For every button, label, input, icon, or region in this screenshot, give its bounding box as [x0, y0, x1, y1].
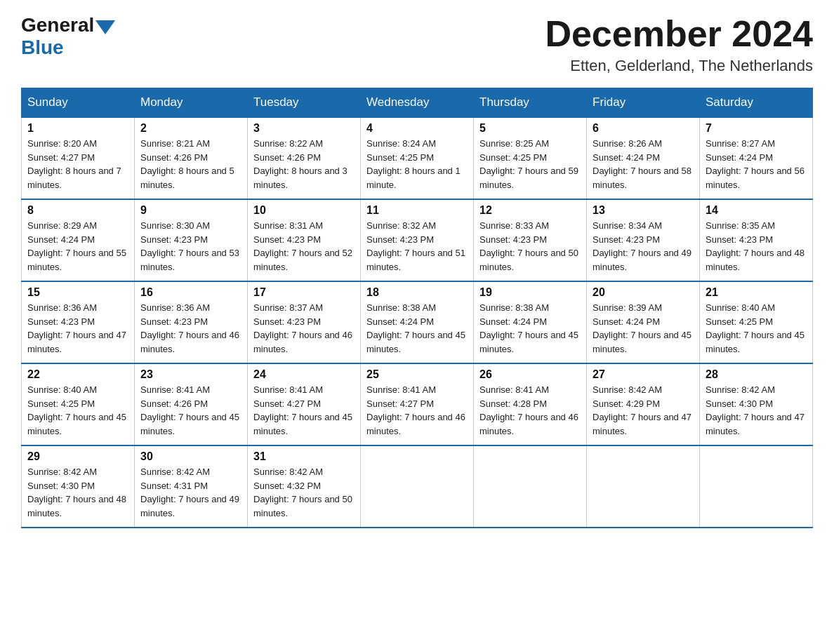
day-info: Sunrise: 8:41 AMSunset: 4:27 PMDaylight:…: [366, 383, 468, 438]
calendar-cell: 27 Sunrise: 8:42 AMSunset: 4:29 PMDaylig…: [587, 363, 700, 445]
day-info: Sunrise: 8:37 AMSunset: 4:23 PMDaylight:…: [253, 301, 355, 356]
calendar-cell: 24 Sunrise: 8:41 AMSunset: 4:27 PMDaylig…: [248, 363, 361, 445]
calendar-cell: 31 Sunrise: 8:42 AMSunset: 4:32 PMDaylig…: [248, 445, 361, 528]
day-number: 25: [366, 368, 468, 381]
day-number: 17: [253, 286, 355, 299]
logo: General Blue: [21, 14, 117, 59]
day-number: 16: [140, 286, 241, 299]
day-info: Sunrise: 8:42 AMSunset: 4:32 PMDaylight:…: [253, 465, 355, 520]
calendar-cell: 23 Sunrise: 8:41 AMSunset: 4:26 PMDaylig…: [135, 363, 248, 445]
day-number: 18: [366, 286, 468, 299]
logo-general-text: General: [21, 14, 94, 36]
day-info: Sunrise: 8:26 AMSunset: 4:24 PMDaylight:…: [593, 137, 694, 192]
calendar-header-sunday: Sunday: [22, 88, 135, 118]
day-number: 29: [27, 450, 128, 463]
day-info: Sunrise: 8:41 AMSunset: 4:27 PMDaylight:…: [253, 383, 355, 438]
day-info: Sunrise: 8:27 AMSunset: 4:24 PMDaylight:…: [706, 137, 807, 192]
location-subtitle: Etten, Gelderland, The Netherlands: [545, 57, 813, 75]
calendar-cell: 8 Sunrise: 8:29 AMSunset: 4:24 PMDayligh…: [22, 199, 135, 281]
calendar-cell: 5 Sunrise: 8:25 AMSunset: 4:25 PMDayligh…: [474, 117, 587, 199]
day-info: Sunrise: 8:20 AMSunset: 4:27 PMDaylight:…: [27, 137, 128, 192]
main-title: December 2024: [545, 14, 813, 54]
calendar-cell: [587, 445, 700, 528]
day-number: 2: [140, 122, 241, 135]
calendar-header-row: SundayMondayTuesdayWednesdayThursdayFrid…: [22, 88, 813, 118]
day-number: 14: [706, 204, 807, 217]
calendar-header-tuesday: Tuesday: [248, 88, 361, 118]
day-info: Sunrise: 8:39 AMSunset: 4:24 PMDaylight:…: [593, 301, 694, 356]
calendar-header-saturday: Saturday: [700, 88, 813, 118]
calendar-week-row: 22 Sunrise: 8:40 AMSunset: 4:25 PMDaylig…: [22, 363, 813, 445]
day-number: 9: [140, 204, 241, 217]
day-number: 19: [479, 286, 581, 299]
day-info: Sunrise: 8:21 AMSunset: 4:26 PMDaylight:…: [140, 137, 241, 192]
day-number: 30: [140, 450, 241, 463]
day-number: 8: [27, 204, 128, 217]
day-number: 11: [366, 204, 468, 217]
calendar-cell: 7 Sunrise: 8:27 AMSunset: 4:24 PMDayligh…: [700, 117, 813, 199]
calendar-cell: 22 Sunrise: 8:40 AMSunset: 4:25 PMDaylig…: [22, 363, 135, 445]
day-info: Sunrise: 8:22 AMSunset: 4:26 PMDaylight:…: [253, 137, 355, 192]
day-number: 1: [27, 122, 128, 135]
day-number: 27: [593, 368, 694, 381]
day-info: Sunrise: 8:31 AMSunset: 4:23 PMDaylight:…: [253, 219, 355, 274]
day-info: Sunrise: 8:24 AMSunset: 4:25 PMDaylight:…: [366, 137, 468, 192]
day-info: Sunrise: 8:36 AMSunset: 4:23 PMDaylight:…: [27, 301, 128, 356]
day-info: Sunrise: 8:36 AMSunset: 4:23 PMDaylight:…: [140, 301, 241, 356]
calendar-cell: 19 Sunrise: 8:38 AMSunset: 4:24 PMDaylig…: [474, 281, 587, 363]
calendar-cell: 30 Sunrise: 8:42 AMSunset: 4:31 PMDaylig…: [135, 445, 248, 528]
calendar-cell: 28 Sunrise: 8:42 AMSunset: 4:30 PMDaylig…: [700, 363, 813, 445]
calendar-cell: 14 Sunrise: 8:35 AMSunset: 4:23 PMDaylig…: [700, 199, 813, 281]
day-number: 20: [593, 286, 694, 299]
day-info: Sunrise: 8:42 AMSunset: 4:30 PMDaylight:…: [706, 383, 807, 438]
day-number: 26: [479, 368, 581, 381]
day-number: 24: [253, 368, 355, 381]
day-number: 6: [593, 122, 694, 135]
calendar-header-wednesday: Wednesday: [361, 88, 474, 118]
calendar-cell: 9 Sunrise: 8:30 AMSunset: 4:23 PMDayligh…: [135, 199, 248, 281]
day-number: 23: [140, 368, 241, 381]
day-info: Sunrise: 8:38 AMSunset: 4:24 PMDaylight:…: [479, 301, 581, 356]
calendar-cell: 6 Sunrise: 8:26 AMSunset: 4:24 PMDayligh…: [587, 117, 700, 199]
calendar-cell: [361, 445, 474, 528]
calendar-week-row: 15 Sunrise: 8:36 AMSunset: 4:23 PMDaylig…: [22, 281, 813, 363]
day-number: 15: [27, 286, 128, 299]
calendar-week-row: 8 Sunrise: 8:29 AMSunset: 4:24 PMDayligh…: [22, 199, 813, 281]
calendar-cell: 11 Sunrise: 8:32 AMSunset: 4:23 PMDaylig…: [361, 199, 474, 281]
logo-blue-text: Blue: [21, 36, 64, 59]
day-info: Sunrise: 8:42 AMSunset: 4:31 PMDaylight:…: [140, 465, 241, 520]
calendar-cell: 10 Sunrise: 8:31 AMSunset: 4:23 PMDaylig…: [248, 199, 361, 281]
calendar-cell: 17 Sunrise: 8:37 AMSunset: 4:23 PMDaylig…: [248, 281, 361, 363]
calendar-cell: 13 Sunrise: 8:34 AMSunset: 4:23 PMDaylig…: [587, 199, 700, 281]
day-info: Sunrise: 8:42 AMSunset: 4:30 PMDaylight:…: [27, 465, 128, 520]
calendar-cell: 29 Sunrise: 8:42 AMSunset: 4:30 PMDaylig…: [22, 445, 135, 528]
calendar-cell: 18 Sunrise: 8:38 AMSunset: 4:24 PMDaylig…: [361, 281, 474, 363]
logo-arrow-icon: [95, 20, 115, 34]
calendar-cell: 21 Sunrise: 8:40 AMSunset: 4:25 PMDaylig…: [700, 281, 813, 363]
calendar-cell: 1 Sunrise: 8:20 AMSunset: 4:27 PMDayligh…: [22, 117, 135, 199]
calendar-cell: 15 Sunrise: 8:36 AMSunset: 4:23 PMDaylig…: [22, 281, 135, 363]
day-number: 12: [479, 204, 581, 217]
day-info: Sunrise: 8:41 AMSunset: 4:26 PMDaylight:…: [140, 383, 241, 438]
day-number: 28: [706, 368, 807, 381]
day-info: Sunrise: 8:33 AMSunset: 4:23 PMDaylight:…: [479, 219, 581, 274]
day-number: 5: [479, 122, 581, 135]
day-info: Sunrise: 8:35 AMSunset: 4:23 PMDaylight:…: [706, 219, 807, 274]
calendar-cell: 25 Sunrise: 8:41 AMSunset: 4:27 PMDaylig…: [361, 363, 474, 445]
day-info: Sunrise: 8:41 AMSunset: 4:28 PMDaylight:…: [479, 383, 581, 438]
day-info: Sunrise: 8:40 AMSunset: 4:25 PMDaylight:…: [27, 383, 128, 438]
day-number: 22: [27, 368, 128, 381]
calendar-cell: 16 Sunrise: 8:36 AMSunset: 4:23 PMDaylig…: [135, 281, 248, 363]
day-number: 10: [253, 204, 355, 217]
calendar-cell: 2 Sunrise: 8:21 AMSunset: 4:26 PMDayligh…: [135, 117, 248, 199]
page-header: General Blue December 2024 Etten, Gelder…: [21, 14, 813, 75]
calendar-cell: [700, 445, 813, 528]
calendar-cell: 26 Sunrise: 8:41 AMSunset: 4:28 PMDaylig…: [474, 363, 587, 445]
calendar-cell: 3 Sunrise: 8:22 AMSunset: 4:26 PMDayligh…: [248, 117, 361, 199]
day-info: Sunrise: 8:29 AMSunset: 4:24 PMDaylight:…: [27, 219, 128, 274]
calendar-header-friday: Friday: [587, 88, 700, 118]
calendar-table: SundayMondayTuesdayWednesdayThursdayFrid…: [21, 88, 813, 528]
day-number: 3: [253, 122, 355, 135]
day-info: Sunrise: 8:38 AMSunset: 4:24 PMDaylight:…: [366, 301, 468, 356]
calendar-week-row: 29 Sunrise: 8:42 AMSunset: 4:30 PMDaylig…: [22, 445, 813, 528]
